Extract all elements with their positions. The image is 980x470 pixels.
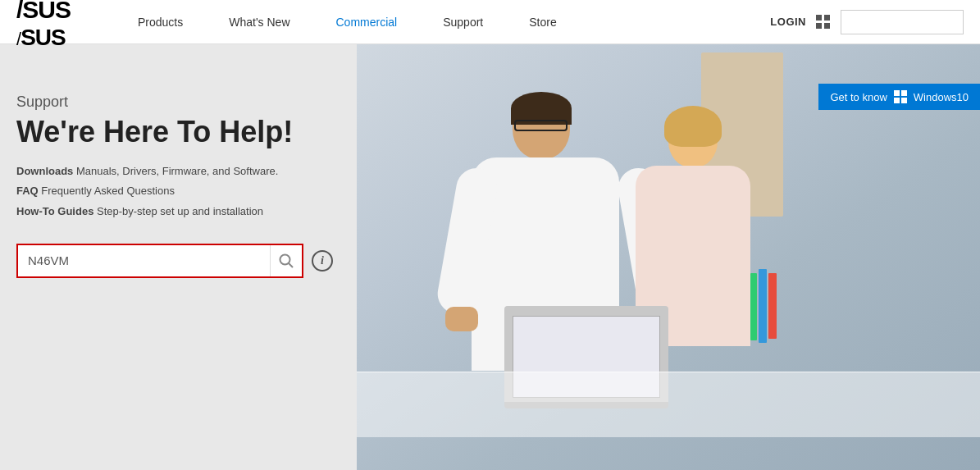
hero-search-input[interactable] [18, 245, 270, 276]
nav-store[interactable]: Store [506, 0, 579, 44]
svg-point-3 [280, 254, 290, 264]
desc-howto-bold: How-To Guides [16, 205, 93, 217]
navbar: /SUS /SUS Products What's New Commercial… [0, 0, 980, 44]
login-button[interactable]: LOGIN [770, 16, 806, 28]
nav-support[interactable]: Support [420, 0, 506, 44]
hero-desc-faq: FAQ Frequently Asked Questions [16, 183, 377, 200]
hero-section: Get to know Windows10 Support We're Here… [0, 44, 980, 470]
hero-search-icon [279, 253, 294, 268]
win10-label: Windows10 [914, 91, 969, 103]
hero-title: We're Here To Help! [16, 116, 377, 148]
nav-right: LOGIN [770, 10, 964, 34]
hero-search-box[interactable] [16, 244, 303, 278]
hero-content: Support We're Here To Help! Downloads Ma… [0, 44, 377, 470]
win10-banner[interactable]: Get to know Windows10 [818, 84, 980, 110]
win10-prefix: Get to know [830, 91, 887, 103]
windows-logo-icon [894, 90, 907, 103]
nav-commercial[interactable]: Commercial [313, 0, 421, 44]
hero-search-area: i [16, 244, 377, 278]
nav-products[interactable]: Products [115, 0, 206, 44]
hero-support-label: Support [16, 94, 377, 111]
brand-logo[interactable]: /SUS /SUS [16, 0, 90, 49]
hero-desc-howto: How-To Guides Step-by-step set up and in… [16, 203, 377, 221]
navbar-search-input[interactable] [841, 11, 980, 34]
desc-faq-bold: FAQ [16, 185, 39, 197]
desc-downloads-bold: Downloads [16, 165, 73, 177]
svg-line-4 [289, 263, 293, 267]
nav-links: Products What's New Commercial Support S… [115, 0, 770, 44]
desc-downloads-text: Manuals, Drivers, Firmware, and Software… [73, 165, 278, 177]
navbar-search-box[interactable] [841, 10, 964, 34]
grid-view-icon[interactable] [816, 15, 831, 30]
nav-whats-new[interactable]: What's New [206, 0, 312, 44]
hero-desc-downloads: Downloads Manuals, Drivers, Firmware, an… [16, 163, 377, 180]
desc-howto-text: Step-by-step set up and installation [93, 205, 263, 217]
info-icon-label: i [321, 254, 324, 267]
desc-faq-text: Frequently Asked Questions [39, 185, 175, 197]
svg-text:/SUS: /SUS [16, 0, 71, 23]
info-icon[interactable]: i [312, 250, 333, 272]
hero-search-button[interactable] [270, 245, 302, 276]
